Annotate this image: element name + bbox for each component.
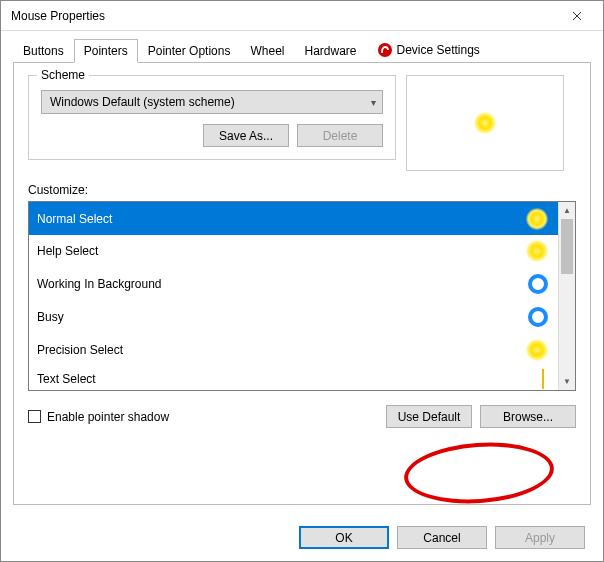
chevron-down-icon: ▾ (371, 97, 376, 108)
scheme-legend: Scheme (37, 68, 89, 82)
list-item-help-select[interactable]: Help Select (29, 235, 558, 268)
cursor-icon (526, 208, 548, 230)
cursor-icon (538, 369, 548, 389)
scheme-group: Scheme Windows Default (system scheme) ▾… (28, 75, 396, 160)
use-default-button[interactable]: Use Default (386, 405, 472, 428)
tab-device-settings[interactable]: Device Settings (367, 37, 490, 63)
window-title: Mouse Properties (11, 9, 557, 23)
cursor-preview (406, 75, 564, 171)
synaptics-icon (377, 42, 393, 58)
cursor-icon (528, 274, 548, 294)
delete-button: Delete (297, 124, 383, 147)
browse-button[interactable]: Browse... (480, 405, 576, 428)
dialog-content: Buttons Pointers Pointer Options Wheel H… (1, 31, 603, 505)
save-as-button[interactable]: Save As... (203, 124, 289, 147)
checkbox-box (28, 410, 41, 423)
list-item-text-select[interactable]: Text Select (29, 367, 558, 390)
list-item-busy[interactable]: Busy (29, 301, 558, 334)
close-button[interactable] (557, 3, 597, 29)
titlebar: Mouse Properties (1, 1, 603, 31)
close-icon (572, 11, 582, 21)
svg-point-1 (378, 43, 392, 57)
tab-strip: Buttons Pointers Pointer Options Wheel H… (13, 39, 591, 63)
scheme-dropdown[interactable]: Windows Default (system scheme) ▾ (41, 90, 383, 114)
pointers-panel: Scheme Windows Default (system scheme) ▾… (13, 63, 591, 505)
ok-button[interactable]: OK (299, 526, 389, 549)
scroll-up-button[interactable]: ▲ (559, 202, 575, 219)
mouse-properties-dialog: Mouse Properties Buttons Pointers Pointe… (0, 0, 604, 562)
cursor-icon (528, 307, 548, 327)
tab-buttons[interactable]: Buttons (13, 39, 74, 63)
tab-wheel[interactable]: Wheel (240, 39, 294, 63)
list-item-precision-select[interactable]: Precision Select (29, 334, 558, 367)
tab-hardware[interactable]: Hardware (294, 39, 366, 63)
tab-pointer-options[interactable]: Pointer Options (138, 39, 241, 63)
list-inner: Normal Select Help Select Working In Bac… (29, 202, 558, 390)
list-item-normal-select[interactable]: Normal Select (29, 202, 558, 235)
customize-label: Customize: (28, 183, 576, 197)
scroll-thumb[interactable] (561, 219, 573, 274)
annotation-circle (402, 438, 556, 508)
cancel-button[interactable]: Cancel (397, 526, 487, 549)
cursor-icon (526, 240, 548, 262)
scroll-track[interactable] (559, 219, 575, 373)
scroll-down-button[interactable]: ▼ (559, 373, 575, 390)
cursor-listbox[interactable]: Normal Select Help Select Working In Bac… (28, 201, 576, 391)
enable-pointer-shadow-checkbox[interactable]: Enable pointer shadow (28, 410, 169, 424)
preview-cursor-icon (474, 112, 496, 134)
list-item-working-in-background[interactable]: Working In Background (29, 268, 558, 301)
apply-button: Apply (495, 526, 585, 549)
scheme-selected-value: Windows Default (system scheme) (50, 95, 235, 109)
cursor-icon (526, 339, 548, 361)
dialog-button-row: OK Cancel Apply (299, 526, 585, 549)
checkbox-label: Enable pointer shadow (47, 410, 169, 424)
tab-pointers[interactable]: Pointers (74, 39, 138, 63)
scrollbar[interactable]: ▲ ▼ (558, 202, 575, 390)
